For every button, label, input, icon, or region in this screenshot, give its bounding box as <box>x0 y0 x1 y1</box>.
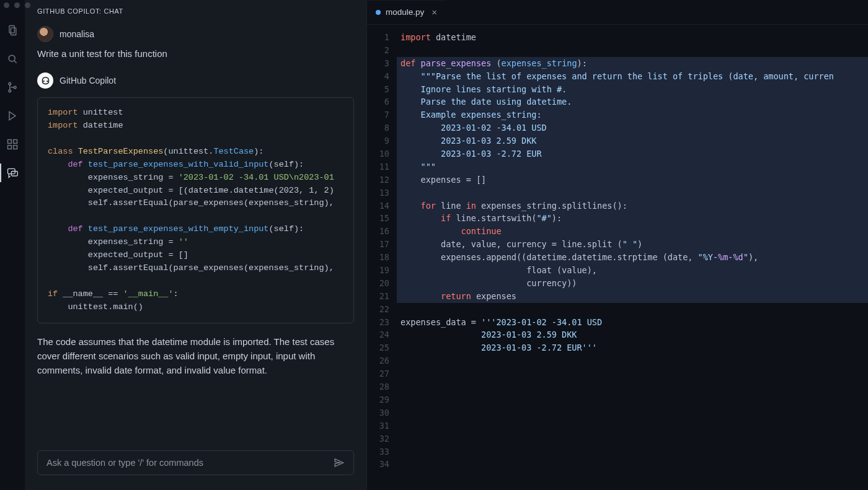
files-icon[interactable] <box>6 24 19 37</box>
window-controls[interactable] <box>4 2 30 8</box>
editor-pane: module.py × 1234567891011121314151617181… <box>367 0 868 490</box>
svg-rect-1 <box>11 28 16 35</box>
source-control-icon[interactable] <box>6 81 19 94</box>
chat-code-block[interactable]: import unittest import datetime class Te… <box>37 97 354 323</box>
chat-body: monalisa Write a unit test for this func… <box>25 21 366 443</box>
svg-point-3 <box>9 82 11 85</box>
line-number-gutter: 1234567891011121314151617181920212223242… <box>367 31 397 490</box>
svg-rect-0 <box>9 26 14 33</box>
window-dot[interactable] <box>25 2 30 8</box>
svg-rect-8 <box>8 146 12 149</box>
chat-explanation: The code assumes that the datetime modul… <box>37 335 354 378</box>
chat-user-prompt: Write a unit test for this function <box>37 48 354 59</box>
chat-bot-name: GitHub Copilot <box>60 76 116 85</box>
code-content[interactable]: import datetimedef parse_expenses (expen… <box>397 31 868 490</box>
activity-bar <box>0 0 25 490</box>
editor-tabs: module.py × <box>367 0 868 25</box>
svg-rect-9 <box>14 146 17 149</box>
svg-point-13 <box>46 81 48 82</box>
copilot-chat-panel: GITHUB COPILOT: CHAT monalisa Write a un… <box>25 0 367 490</box>
chat-user-row: monalisa <box>37 26 354 42</box>
run-icon[interactable] <box>6 109 19 123</box>
send-icon[interactable] <box>334 457 345 468</box>
svg-point-4 <box>9 90 11 92</box>
svg-rect-7 <box>14 140 17 144</box>
chat-username: monalisa <box>60 29 94 39</box>
chat-input-area <box>25 443 366 490</box>
chat-bot-row: GitHub Copilot <box>37 72 354 89</box>
chat-input[interactable] <box>46 458 327 468</box>
close-icon[interactable]: × <box>432 7 437 17</box>
svg-rect-6 <box>8 140 12 144</box>
search-icon[interactable] <box>6 52 19 66</box>
extensions-icon[interactable] <box>6 138 19 151</box>
copilot-avatar-icon <box>37 72 53 89</box>
svg-point-5 <box>14 86 16 89</box>
avatar <box>37 26 53 42</box>
window-dot[interactable] <box>4 2 9 8</box>
code-editor[interactable]: 1234567891011121314151617181920212223242… <box>367 25 868 490</box>
tab-filename: module.py <box>386 7 424 17</box>
svg-point-12 <box>43 81 44 82</box>
chat-input-box[interactable] <box>37 450 354 475</box>
panel-title: GITHUB COPILOT: CHAT <box>25 0 366 21</box>
window-dot[interactable] <box>14 2 20 8</box>
copilot-chat-icon[interactable] <box>6 166 19 180</box>
editor-tab[interactable]: module.py × <box>367 0 446 24</box>
svg-point-2 <box>9 55 15 61</box>
modified-indicator-icon <box>376 10 381 15</box>
